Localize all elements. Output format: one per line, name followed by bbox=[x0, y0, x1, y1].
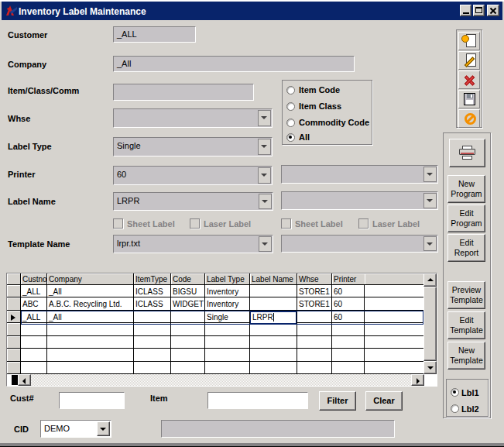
grid-cell[interactable] bbox=[205, 336, 250, 348]
laser-label-1-checkbox[interactable] bbox=[190, 218, 200, 229]
edit-record-button[interactable] bbox=[458, 51, 480, 70]
grid-cell[interactable] bbox=[250, 285, 297, 297]
grid-cell[interactable] bbox=[250, 336, 297, 348]
save-record-button[interactable] bbox=[458, 90, 480, 108]
grid-cell[interactable] bbox=[134, 336, 171, 348]
grid-cell[interactable] bbox=[332, 362, 365, 373]
grid-cell[interactable]: ABC bbox=[21, 297, 47, 310]
grid-cell[interactable] bbox=[134, 362, 171, 373]
grid-cell-trailing[interactable] bbox=[365, 362, 423, 373]
grid-cell[interactable] bbox=[297, 336, 332, 348]
grid-cell[interactable] bbox=[250, 297, 297, 310]
minimize-button[interactable] bbox=[460, 5, 471, 16]
grid-cell[interactable]: Inventory bbox=[205, 297, 250, 310]
grid-cell[interactable] bbox=[205, 349, 250, 361]
grid-header-code[interactable]: Code bbox=[171, 273, 205, 284]
grid-cell[interactable] bbox=[332, 349, 365, 361]
grid-cell-trailing[interactable] bbox=[365, 323, 423, 335]
grid-cell[interactable]: Inventory bbox=[205, 285, 250, 297]
grid-cell[interactable] bbox=[134, 349, 171, 361]
grid-cell[interactable] bbox=[297, 323, 332, 335]
grid-cell[interactable] bbox=[297, 349, 332, 361]
grid-vscroll-thumb[interactable] bbox=[423, 287, 437, 361]
grid-hscroll-right-button[interactable] bbox=[411, 374, 424, 386]
whse-combo[interactable] bbox=[113, 108, 273, 128]
grid-row-marker[interactable] bbox=[7, 336, 21, 348]
grid-cell[interactable] bbox=[171, 323, 205, 335]
label-name-combo-2[interactable] bbox=[281, 191, 438, 210]
grid-header-printer[interactable]: Printer bbox=[332, 273, 365, 284]
template-name-combo-2-arrow[interactable] bbox=[423, 236, 437, 251]
customer-input[interactable]: _ALL bbox=[113, 26, 196, 43]
cancel-record-button[interactable] bbox=[458, 109, 480, 128]
grid-cell[interactable] bbox=[250, 349, 297, 361]
grid-row-marker[interactable] bbox=[7, 323, 21, 335]
printer-combo-2-arrow[interactable] bbox=[423, 167, 437, 182]
sheet-label-2-checkbox[interactable] bbox=[281, 218, 291, 229]
grid-cell[interactable]: 60 bbox=[332, 297, 365, 310]
grid-cell[interactable] bbox=[47, 349, 134, 361]
label-name-combo-arrow[interactable] bbox=[259, 194, 272, 209]
grid-row-marker[interactable] bbox=[7, 285, 21, 297]
grid-hscroll-left-button[interactable] bbox=[18, 374, 31, 386]
grid-cell[interactable] bbox=[47, 336, 134, 348]
grid-cell[interactable] bbox=[21, 362, 47, 373]
grid-cell-trailing[interactable] bbox=[365, 297, 423, 310]
grid-cell[interactable] bbox=[47, 362, 134, 373]
grid-cell-trailing[interactable] bbox=[365, 349, 423, 361]
all-radio[interactable] bbox=[286, 133, 295, 142]
grid-header-label-name[interactable]: Label Name bbox=[250, 273, 297, 284]
sheet-label-1-checkbox[interactable] bbox=[113, 218, 123, 229]
grid-cell[interactable]: ICLASS bbox=[134, 285, 171, 297]
edit-template-button[interactable]: Edit Template bbox=[447, 311, 485, 339]
grid-cell[interactable]: A.B.C. Recycling Ltd. bbox=[47, 297, 134, 310]
grid-header-itemtype[interactable]: ItemType bbox=[134, 273, 171, 284]
close-button[interactable] bbox=[487, 5, 499, 16]
grid-hscroll-track[interactable] bbox=[31, 374, 411, 386]
item-code-radio[interactable] bbox=[286, 86, 295, 95]
printer-combo-2[interactable] bbox=[281, 165, 438, 184]
grid-cell[interactable] bbox=[250, 362, 297, 373]
grid-cell[interactable] bbox=[171, 362, 205, 373]
commodity-code-radio[interactable] bbox=[286, 119, 295, 127]
new-template-button[interactable]: New Template bbox=[447, 342, 485, 370]
item-class-radio[interactable] bbox=[286, 102, 295, 111]
label-name-combo-2-arrow[interactable] bbox=[423, 193, 437, 208]
grid-cell[interactable] bbox=[134, 323, 171, 335]
grid-cell[interactable] bbox=[332, 323, 365, 335]
print-button[interactable] bbox=[449, 139, 485, 167]
whse-combo-arrow[interactable] bbox=[258, 110, 271, 126]
grid-cell[interactable]: STORE1 bbox=[297, 297, 332, 310]
grid-cell[interactable]: 60 bbox=[332, 285, 365, 297]
laser-label-2-checkbox[interactable] bbox=[358, 218, 369, 229]
company-input[interactable]: _All bbox=[113, 56, 355, 72]
grid-row-marker[interactable] bbox=[7, 297, 21, 310]
grid-cell[interactable] bbox=[21, 336, 47, 348]
delete-record-button[interactable] bbox=[458, 70, 480, 89]
grid-cell[interactable] bbox=[21, 323, 47, 335]
grid-cell[interactable] bbox=[171, 336, 205, 348]
grid-cell[interactable]: BIGSU bbox=[171, 285, 205, 297]
grid-cell[interactable]: WIDGET bbox=[171, 297, 205, 310]
grid-cell[interactable]: _All bbox=[47, 285, 134, 297]
grid-header-custno[interactable]: Custno bbox=[21, 273, 47, 284]
cust-filter-input[interactable] bbox=[59, 392, 125, 409]
printer-combo[interactable]: 60 bbox=[113, 166, 273, 185]
grid-header-whse[interactable]: Whse bbox=[297, 273, 332, 284]
grid-cell[interactable] bbox=[171, 349, 205, 361]
grid-row-marker[interactable] bbox=[7, 349, 21, 361]
grid-cell-trailing[interactable] bbox=[365, 336, 423, 348]
grid-cell[interactable] bbox=[250, 323, 297, 335]
label-type-combo[interactable]: Single bbox=[113, 137, 273, 156]
lbl1-radio[interactable] bbox=[451, 388, 459, 397]
template-name-combo[interactable]: lrpr.txt bbox=[113, 235, 273, 253]
grid-cell[interactable]: ICLASS bbox=[134, 297, 171, 310]
template-name-combo-arrow[interactable] bbox=[259, 236, 272, 252]
grid-header-label-type[interactable]: Label Type bbox=[205, 273, 250, 284]
grid-cell[interactable] bbox=[297, 362, 332, 373]
edit-report-button[interactable]: Edit Report bbox=[447, 234, 485, 262]
maximize-button[interactable] bbox=[473, 5, 485, 16]
template-name-combo-2[interactable] bbox=[281, 235, 438, 253]
grid-cell-trailing[interactable] bbox=[365, 285, 423, 297]
lbl2-radio[interactable] bbox=[451, 404, 459, 413]
